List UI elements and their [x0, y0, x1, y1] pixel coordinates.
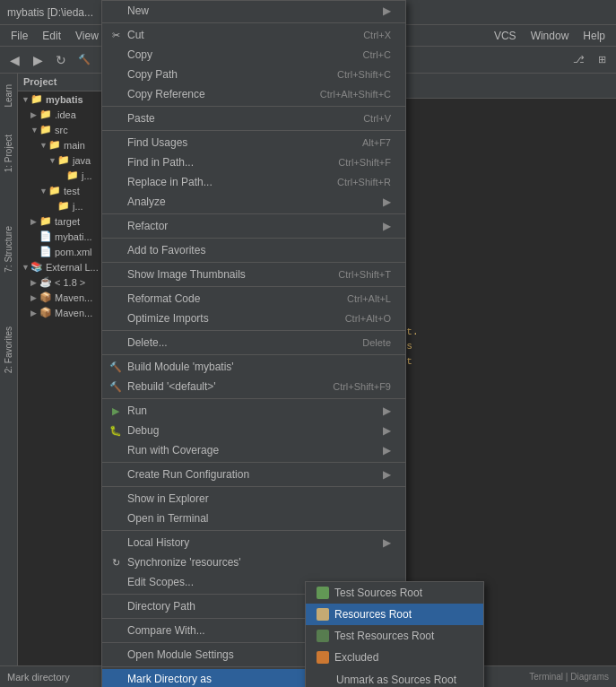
- menu-reformat[interactable]: Reformat Code Ctrl+Alt+L: [102, 289, 405, 309]
- submenu-test-resources[interactable]: Test Resources Root: [306, 625, 483, 647]
- menu-new[interactable]: New ▶: [102, 1, 405, 21]
- submenu-resources[interactable]: Resources Root: [306, 604, 483, 625]
- menu-window[interactable]: Window: [524, 28, 577, 44]
- sep-2: [102, 106, 405, 107]
- test-resources-icon: [317, 630, 329, 642]
- build-btn[interactable]: 🔨: [74, 49, 95, 71]
- menu-optimize[interactable]: Optimize Imports Ctrl+Alt+O: [102, 309, 405, 328]
- unmark-icon: [317, 673, 331, 687]
- refactor-arrow: ▶: [383, 220, 391, 232]
- menu-debug[interactable]: 🐛 Debug ▶: [102, 421, 405, 440]
- cut-icon: ✂: [108, 30, 124, 41]
- test-sources-icon: [317, 587, 329, 599]
- submenu-unmark[interactable]: Unmark as Sources Root: [306, 668, 483, 687]
- project-tab[interactable]: 1: Project: [4, 135, 13, 172]
- menu-analyze[interactable]: Analyze ▶: [102, 192, 405, 212]
- sync-icon: ↻: [108, 557, 124, 569]
- forward-btn[interactable]: ▶: [27, 49, 48, 71]
- excluded-icon: [317, 651, 329, 664]
- bottom-bar-right: Terminal | Diagrams: [529, 672, 609, 682]
- structure-tab[interactable]: 7: Structure: [4, 226, 13, 273]
- menu-open-terminal[interactable]: Open in Terminal: [102, 509, 405, 528]
- rebuild-icon: 🔨: [108, 381, 124, 393]
- menu-paste[interactable]: Paste Ctrl+V: [102, 109, 405, 128]
- learn-tab[interactable]: Learn: [4, 84, 13, 108]
- debug-arrow: ▶: [383, 424, 391, 437]
- menu-help[interactable]: Help: [576, 28, 612, 44]
- submenu-excluded[interactable]: Excluded: [306, 647, 483, 668]
- menu-local-history[interactable]: Local History ▶: [102, 533, 405, 552]
- run-icon: ▶: [108, 405, 124, 417]
- favorites-tab[interactable]: 2: Favorites: [4, 326, 13, 373]
- menu-vcs[interactable]: VCS: [487, 28, 524, 44]
- new-arrow: ▶: [383, 4, 391, 17]
- run-arrow: ▶: [383, 404, 391, 417]
- submenu-test-sources[interactable]: Test Sources Root: [306, 582, 483, 604]
- menu-rebuild[interactable]: 🔨 Rebuild '<default>' Ctrl+Shift+F9: [102, 377, 405, 396]
- menu-find-path[interactable]: Find in Path... Ctrl+Shift+F: [102, 152, 405, 172]
- resources-icon: [317, 608, 329, 621]
- menu-show-thumbnails[interactable]: Show Image Thumbnails Ctrl+Shift+T: [102, 265, 405, 284]
- menu-view[interactable]: View: [68, 28, 106, 44]
- sep-9: [102, 354, 405, 355]
- coverage-arrow: ▶: [383, 444, 391, 457]
- menu-create-run[interactable]: Create Run Configuration ▶: [102, 465, 405, 484]
- menu-file[interactable]: File: [4, 28, 35, 44]
- sep-6: [102, 262, 405, 263]
- menu-build-module[interactable]: 🔨 Build Module 'mybatis': [102, 357, 405, 377]
- history-arrow: ▶: [383, 536, 391, 549]
- sep-3: [102, 130, 405, 131]
- terminal-icon[interactable]: ⊞: [591, 49, 612, 71]
- create-run-arrow: ▶: [383, 468, 391, 481]
- menu-show-explorer[interactable]: Show in Explorer: [102, 489, 405, 509]
- menu-copy-path[interactable]: Copy Path Ctrl+Shift+C: [102, 65, 405, 84]
- menu-edit[interactable]: Edit: [35, 28, 68, 44]
- sep-11: [102, 462, 405, 463]
- menu-run[interactable]: ▶ Run ▶: [102, 401, 405, 421]
- sep-8: [102, 330, 405, 331]
- sep-4: [102, 213, 405, 214]
- sep-12: [102, 486, 405, 487]
- sep-7: [102, 286, 405, 287]
- analyze-arrow: ▶: [383, 196, 391, 208]
- menu-replace-path[interactable]: Replace in Path... Ctrl+Shift+R: [102, 172, 405, 192]
- title-bar-text: mybatis [D:\ieda...: [7, 6, 93, 19]
- refresh-btn[interactable]: ↻: [50, 49, 72, 71]
- menu-refactor[interactable]: Refactor ▶: [102, 216, 405, 236]
- debug-icon: 🐛: [108, 425, 124, 437]
- vcs-icon[interactable]: ⎇: [568, 49, 589, 71]
- back-btn[interactable]: ◀: [4, 49, 25, 71]
- sep-5: [102, 238, 405, 239]
- menu-synchronize[interactable]: ↻ Synchronize 'resources': [102, 552, 405, 572]
- left-sidebar: Learn 1: Project 7: Structure 2: Favorit…: [0, 74, 18, 687]
- sep-10: [102, 398, 405, 399]
- menu-cut[interactable]: ✂ Cut Ctrl+X: [102, 25, 405, 45]
- build-module-icon: 🔨: [108, 361, 124, 373]
- sep-13: [102, 530, 405, 531]
- menu-copy[interactable]: Copy Ctrl+C: [102, 45, 405, 65]
- menu-delete[interactable]: Delete... Delete: [102, 333, 405, 352]
- bottom-bar-text: Mark directory: [7, 672, 70, 683]
- menu-copy-ref[interactable]: Copy Reference Ctrl+Alt+Shift+C: [102, 84, 405, 104]
- menu-run-coverage[interactable]: Run with Coverage ▶: [102, 440, 405, 460]
- menu-find-usages[interactable]: Find Usages Alt+F7: [102, 133, 405, 152]
- sep-1: [102, 22, 405, 23]
- mark-directory-submenu: Test Sources Root Resources Root Test Re…: [305, 581, 484, 687]
- menu-add-favorites[interactable]: Add to Favorites: [102, 240, 405, 260]
